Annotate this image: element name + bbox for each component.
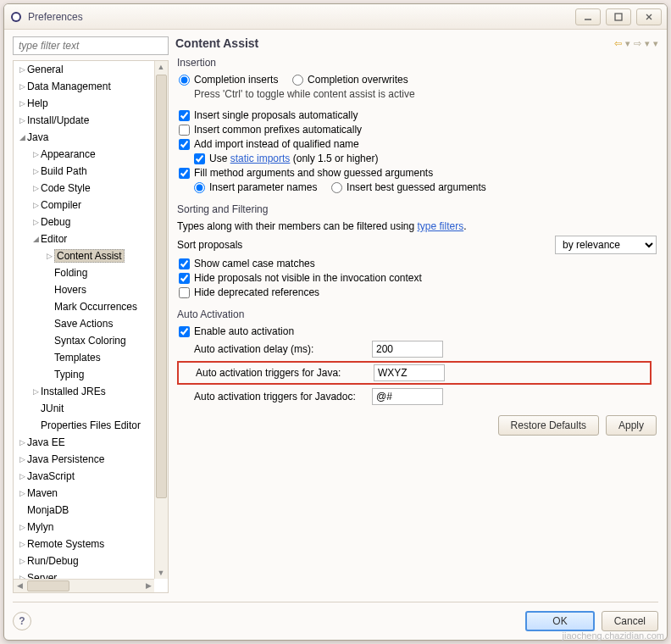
- tree-twisty-icon[interactable]: ◢: [30, 235, 41, 243]
- tree-item-label: Help: [27, 97, 48, 109]
- tree-item-help[interactable]: ▷Help: [14, 95, 154, 112]
- add-import-checkbox[interactable]: [179, 139, 190, 150]
- tree-item-folding[interactable]: ▷Folding: [14, 264, 154, 281]
- nav-forward-icon[interactable]: ⇨: [634, 38, 641, 49]
- tree-item-run-debug[interactable]: ▷Run/Debug: [14, 552, 154, 569]
- tree-item-junit[interactable]: ▷JUnit: [14, 400, 154, 417]
- maximize-button[interactable]: [606, 8, 631, 25]
- sort-proposals-select[interactable]: by relevance: [555, 236, 657, 254]
- use-static-imports-checkbox[interactable]: [194, 153, 205, 164]
- nav-menu-icon[interactable]: ▾: [653, 38, 658, 49]
- tree-twisty-icon[interactable]: ▷: [17, 455, 27, 464]
- tree-item-label: Mark Occurrences: [54, 301, 137, 313]
- tree-item-templates[interactable]: ▷Templates: [14, 349, 154, 366]
- tree-twisty-icon[interactable]: ▷: [30, 150, 41, 158]
- insert-common-checkbox[interactable]: [179, 125, 190, 136]
- insert-common-label: Insert common prefixes automatically: [194, 124, 362, 136]
- triggers-java-input[interactable]: [374, 364, 445, 381]
- tree-item-label: Compiler: [41, 199, 81, 211]
- tree-twisty-icon[interactable]: ◢: [17, 133, 27, 142]
- hide-deprecated-checkbox[interactable]: [179, 287, 190, 298]
- tree-item-java-ee[interactable]: ▷Java EE: [14, 434, 154, 451]
- static-imports-link[interactable]: static imports: [230, 153, 291, 164]
- tree-twisty-icon[interactable]: ▷: [17, 116, 27, 125]
- camel-case-checkbox[interactable]: [179, 258, 190, 269]
- tree-item-label: Install/Update: [27, 114, 89, 126]
- tree-item-monjadb[interactable]: ▷MonjaDB: [14, 502, 154, 519]
- svg-rect-3: [615, 14, 622, 20]
- tree-twisty-icon[interactable]: ▷: [30, 184, 41, 192]
- type-filter-text: Types along with their members can be fi…: [177, 220, 657, 232]
- tree-item-properties-files-editor[interactable]: ▷Properties Files Editor: [14, 417, 154, 434]
- tree-item-hovers[interactable]: ▷Hovers: [14, 281, 154, 298]
- tree-twisty-icon[interactable]: ▷: [17, 489, 27, 497]
- tree-item-maven[interactable]: ▷Maven: [14, 485, 154, 502]
- tree-item-remote-systems[interactable]: ▷Remote Systems: [14, 536, 154, 552]
- tree-item-editor[interactable]: ◢Editor: [14, 230, 154, 247]
- tree-twisty-icon[interactable]: ▷: [17, 65, 27, 74]
- tree-item-installed-jres[interactable]: ▷Installed JREs: [14, 383, 154, 400]
- tree-item-javascript[interactable]: ▷JavaScript: [14, 468, 154, 485]
- ok-button[interactable]: OK: [525, 611, 594, 631]
- tree-item-server[interactable]: ▷Server: [14, 569, 154, 579]
- tree-twisty-icon[interactable]: ▷: [17, 99, 27, 108]
- tree-twisty-icon[interactable]: ▷: [30, 201, 41, 209]
- help-button[interactable]: ?: [13, 612, 31, 630]
- tree-item-data-management[interactable]: ▷Data Management: [14, 78, 154, 95]
- restore-defaults-button[interactable]: Restore Defaults: [498, 415, 599, 436]
- tree-item-typing[interactable]: ▷Typing: [14, 366, 154, 383]
- ctrl-hint: Press 'Ctrl' to toggle while content ass…: [194, 88, 657, 100]
- delay-input[interactable]: [372, 341, 443, 358]
- enable-auto-activation-checkbox[interactable]: [179, 326, 190, 337]
- tree-item-label: Folding: [54, 267, 87, 279]
- tree-item-build-path[interactable]: ▷Build Path: [14, 163, 154, 180]
- insert-best-radio[interactable]: [331, 182, 342, 193]
- tree-item-label: JavaScript: [27, 470, 75, 482]
- filter-input[interactable]: [13, 36, 169, 55]
- tree-item-mylyn[interactable]: ▷Mylyn: [14, 519, 154, 536]
- tree-twisty-icon[interactable]: ▷: [17, 557, 27, 565]
- tree-twisty-icon[interactable]: ▷: [30, 218, 41, 226]
- completion-inserts-radio[interactable]: [179, 75, 190, 86]
- cancel-button[interactable]: Cancel: [602, 611, 658, 631]
- tree-twisty-icon[interactable]: ▷: [17, 523, 27, 531]
- enable-auto-activation-label: Enable auto activation: [194, 325, 294, 337]
- tree-twisty-icon[interactable]: ▷: [17, 472, 27, 480]
- tree-horizontal-scrollbar[interactable]: ◀ ▶: [14, 579, 154, 592]
- completion-overwrites-radio[interactable]: [292, 75, 303, 86]
- tree-item-java-persistence[interactable]: ▷Java Persistence: [14, 451, 154, 468]
- hide-invoc-checkbox[interactable]: [179, 273, 190, 284]
- tree-item-appearance[interactable]: ▷Appearance: [14, 146, 154, 163]
- completion-overwrites-label: Completion overwrites: [308, 74, 408, 86]
- tree-twisty-icon[interactable]: ▷: [17, 82, 27, 91]
- tree-item-compiler[interactable]: ▷Compiler: [14, 197, 154, 214]
- minimize-button[interactable]: [575, 8, 601, 25]
- fill-method-checkbox[interactable]: [179, 168, 190, 179]
- close-button[interactable]: [636, 8, 662, 25]
- tree-item-save-actions[interactable]: ▷Save Actions: [14, 315, 154, 332]
- nav-back-icon[interactable]: ⇦: [614, 38, 622, 49]
- type-filters-link[interactable]: type filters: [417, 220, 463, 232]
- tree-twisty-icon[interactable]: ▷: [44, 252, 54, 260]
- apply-button[interactable]: Apply: [606, 415, 657, 436]
- tree-twisty-icon[interactable]: ▷: [30, 167, 41, 175]
- tree-item-debug[interactable]: ▷Debug: [14, 214, 154, 230]
- tree-item-mark-occurrences[interactable]: ▷Mark Occurrences: [14, 298, 154, 315]
- tree-item-syntax-coloring[interactable]: ▷Syntax Coloring: [14, 332, 154, 349]
- triggers-javadoc-input[interactable]: [372, 388, 443, 405]
- tree-item-content-assist[interactable]: ▷Content Assist: [14, 247, 154, 264]
- tree-twisty-icon[interactable]: ▷: [30, 387, 41, 396]
- nav-back-menu-icon[interactable]: ▾: [625, 38, 630, 49]
- group-sorting: Sorting and Filtering: [177, 203, 657, 215]
- insert-single-checkbox[interactable]: [179, 110, 190, 121]
- tree-item-install-update[interactable]: ▷Install/Update: [14, 112, 154, 129]
- nav-forward-menu-icon[interactable]: ▾: [645, 38, 650, 49]
- tree-item-code-style[interactable]: ▷Code Style: [14, 180, 154, 197]
- tree-item-label: Content Assist: [54, 249, 125, 263]
- tree-item-java[interactable]: ◢Java: [14, 129, 154, 146]
- insert-param-radio[interactable]: [194, 182, 205, 193]
- tree-item-general[interactable]: ▷General: [14, 61, 154, 78]
- tree-twisty-icon[interactable]: ▷: [17, 438, 27, 447]
- tree-twisty-icon[interactable]: ▷: [17, 540, 27, 548]
- tree-vertical-scrollbar[interactable]: ▲ ▼: [154, 61, 168, 579]
